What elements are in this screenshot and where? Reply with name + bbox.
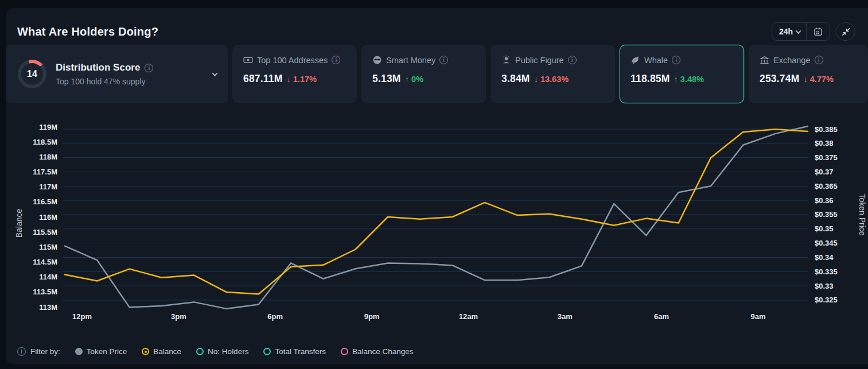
info-icon[interactable] (815, 56, 823, 64)
filter-option-label: Total Transfers (275, 347, 326, 356)
collapse-button[interactable] (836, 22, 855, 41)
svg-text:$0.375: $0.375 (815, 153, 838, 162)
svg-text:$0.365: $0.365 (815, 182, 838, 191)
stat-label: Exchange (773, 56, 811, 65)
info-icon[interactable] (672, 56, 680, 64)
svg-text:$0.335: $0.335 (815, 267, 838, 276)
calendar-button[interactable] (807, 27, 830, 36)
info-icon[interactable] (145, 64, 153, 72)
svg-text:$0.345: $0.345 (815, 239, 838, 247)
filter-option-label: No: Holders (208, 347, 248, 356)
chevron-down-icon[interactable] (796, 28, 801, 34)
svg-text:6pm: 6pm (267, 312, 283, 321)
svg-text:$0.37: $0.37 (815, 168, 834, 176)
whale-icon (630, 55, 640, 65)
filter-by-label: Filter by: (30, 347, 60, 356)
smart-money-icon (372, 55, 382, 65)
right-axis-title: Token Price (858, 193, 867, 235)
public-figure-icon (501, 55, 511, 65)
filter-option-balance-changes[interactable]: Balance Changes (341, 347, 414, 356)
distribution-gauge: 14 (18, 60, 46, 88)
svg-text:119M: 119M (39, 123, 57, 131)
filter-option-label: Balance Changes (352, 347, 414, 356)
info-icon[interactable] (17, 347, 26, 356)
svg-text:6am: 6am (654, 312, 669, 321)
stat-label: Top 100 Addresses (257, 56, 328, 65)
distribution-score-value: 14 (21, 63, 43, 85)
svg-text:3am: 3am (558, 312, 573, 321)
filter-option-no-holders[interactable]: No: Holders (196, 347, 248, 356)
svg-text:116M: 116M (39, 213, 57, 222)
calendar-icon (813, 27, 823, 36)
svg-text:12am: 12am (459, 312, 478, 321)
svg-text:9pm: 9pm (364, 312, 380, 321)
svg-text:117M: 117M (39, 182, 57, 191)
time-range-pill: 24h (772, 22, 830, 41)
svg-text:$0.35: $0.35 (815, 224, 834, 233)
stat-change: ↑ 3.48% (674, 75, 704, 84)
svg-text:113.5M: 113.5M (33, 288, 57, 296)
stat-card-exchange[interactable]: Exchange 253.74M ↓ 4.77% (749, 45, 868, 103)
radio-icon (142, 348, 149, 355)
filter-label-wrap: Filter by: (17, 347, 60, 356)
radio-icon (75, 348, 83, 355)
svg-text:113M: 113M (39, 303, 57, 312)
svg-text:$0.355: $0.355 (815, 210, 838, 219)
banknote-icon (243, 55, 253, 65)
holders-line-chart[interactable]: 119M118.5M118M117.5M117M116.5M116M115.5M… (6, 106, 868, 336)
distribution-title: Distribution Score (56, 62, 140, 73)
stat-change: ↓ 1.17% (287, 75, 317, 84)
radio-icon (196, 348, 204, 355)
filter-option-label: Token Price (87, 347, 127, 356)
radio-icon (263, 348, 271, 355)
panel-header: What Are Holders Doing? 24h (6, 8, 868, 45)
svg-text:117.5M: 117.5M (33, 168, 57, 176)
svg-text:$0.34: $0.34 (815, 253, 834, 262)
page: What Are Holders Doing? 24h (0, 0, 868, 369)
svg-text:118M: 118M (39, 153, 57, 161)
stat-value: 118.85M (630, 73, 670, 85)
stat-value: 3.84M (501, 73, 530, 85)
svg-text:118.5M: 118.5M (33, 138, 57, 146)
stat-card-whale[interactable]: Whale 118.85M ↑ 3.48% (620, 45, 744, 103)
collapse-icon (842, 28, 850, 36)
stat-change: ↓ 13.63% (534, 75, 569, 84)
filter-option-token-price[interactable]: Token Price (75, 347, 127, 356)
svg-text:$0.325: $0.325 (815, 296, 838, 304)
time-range-dropdown[interactable]: 24h (772, 27, 796, 36)
svg-text:12pm: 12pm (72, 312, 92, 321)
stat-label: Public Figure (515, 56, 564, 65)
stat-card-smart-money[interactable]: Smart Money 5.13M ↑ 0% (361, 45, 486, 103)
stat-card-public-figure[interactable]: Public Figure 3.84M ↓ 13.63% (491, 45, 615, 103)
filter-option-balance[interactable]: Balance (142, 347, 181, 356)
chevron-down-icon[interactable] (212, 71, 218, 76)
info-icon[interactable] (568, 56, 577, 64)
stat-label: Smart Money (386, 56, 435, 65)
svg-text:115.5M: 115.5M (33, 228, 57, 236)
holders-panel: What Are Holders Doing? 24h (6, 8, 868, 364)
bank-icon (760, 55, 769, 65)
svg-text:3pm: 3pm (171, 312, 186, 321)
stat-value: 687.11M (243, 73, 283, 85)
distribution-score-card[interactable]: 14 Distribution Score Top 100 hold 47% s… (6, 45, 228, 103)
header-controls: 24h (772, 22, 855, 41)
svg-text:$0.38: $0.38 (815, 139, 834, 147)
svg-text:$0.385: $0.385 (815, 125, 838, 134)
stat-label: Whale (644, 56, 668, 65)
left-axis-title: Balance (14, 208, 24, 238)
svg-text:114.5M: 114.5M (33, 258, 57, 266)
svg-text:115M: 115M (39, 243, 57, 251)
stat-value: 5.13M (372, 73, 401, 85)
info-icon[interactable] (332, 56, 340, 64)
svg-text:116.5M: 116.5M (33, 197, 57, 206)
info-icon[interactable] (439, 56, 448, 64)
distribution-text: Distribution Score Top 100 hold 47% supp… (56, 62, 204, 86)
distribution-subtitle: Top 100 hold 47% supply (56, 77, 204, 86)
stat-cards-row: 14 Distribution Score Top 100 hold 47% s… (6, 45, 868, 103)
page-title: What Are Holders Doing? (17, 25, 158, 38)
filter-option-total-transfers[interactable]: Total Transfers (263, 347, 326, 356)
svg-text:114M: 114M (39, 273, 57, 281)
filter-option-label: Balance (153, 347, 181, 356)
stat-card-top100[interactable]: Top 100 Addresses 687.11M ↓ 1.17% (232, 45, 357, 103)
radio-icon (341, 348, 348, 355)
